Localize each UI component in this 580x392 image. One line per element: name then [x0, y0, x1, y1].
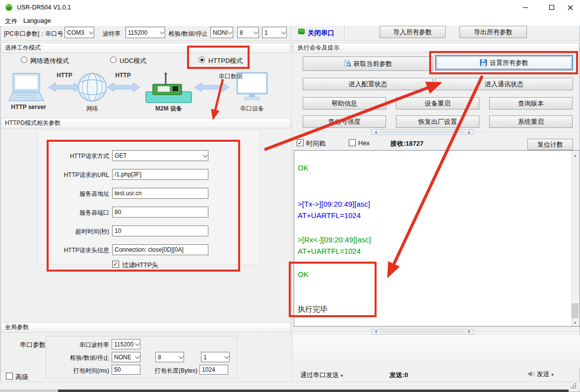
pc-serial-label: [PC串口参数]：串口号	[4, 30, 63, 38]
hex-label[interactable]: Hex	[358, 139, 370, 147]
hex-checkbox[interactable]	[349, 139, 356, 146]
toolbar-separator	[344, 26, 345, 39]
node-http-server-label: HTTP server	[7, 104, 50, 111]
close-button[interactable]	[561, 0, 580, 15]
annotation-box-log-result	[289, 262, 377, 317]
radio-transparent-mode[interactable]	[21, 56, 27, 63]
help-info-button[interactable]: 帮助信息	[303, 97, 386, 110]
log-line: AT+UARTFL=1024	[298, 211, 361, 220]
baud-select[interactable]: 115200	[126, 27, 165, 38]
global-params-header: 全局参数	[1, 322, 291, 333]
status-bar	[0, 382, 580, 390]
menu-language[interactable]: Language	[21, 16, 54, 25]
port-status-led-icon	[298, 29, 305, 34]
chevron-down-icon	[228, 29, 233, 34]
triangle-up-icon: ▲	[467, 130, 471, 134]
global-parity-select[interactable]: NONE	[112, 352, 140, 362]
minimize-button[interactable]	[514, 0, 536, 15]
scroll-down-icon[interactable]: ▼	[571, 319, 579, 327]
recv-counter: 接收:18727	[390, 139, 423, 148]
send-splitter-handle[interactable]: ▼ ▼	[371, 329, 474, 335]
splitter-line	[294, 332, 371, 333]
httpd-params-header: HTTPD模式相关参数	[1, 118, 291, 128]
import-all-button[interactable]: 导入所有参数	[380, 26, 446, 38]
menu-bar: 文件 Language	[0, 15, 580, 26]
dropdown-arrow-icon: ▾	[551, 372, 554, 377]
global-stopbits-select[interactable]: 1	[201, 352, 230, 362]
pack-length-field[interactable]	[199, 365, 228, 375]
annotation-box-set-params	[429, 51, 578, 74]
export-all-button[interactable]: 导出所有参数	[459, 26, 527, 38]
app-window: USR-DR504 V1.0.1 文件 Language [PC串口参数]：串口…	[0, 0, 580, 392]
enter-config-button[interactable]: 进入配置状态	[303, 78, 433, 90]
maximize-icon	[549, 5, 554, 10]
menu-file[interactable]: 文件	[2, 16, 20, 25]
get-params-button[interactable]: 获取当前参数	[303, 56, 433, 71]
advanced-label[interactable]: 高级	[15, 373, 28, 382]
stopbits-select[interactable]: 1	[262, 27, 287, 38]
chevron-down-icon	[281, 29, 286, 34]
panel-divider	[292, 42, 293, 382]
pack-length-label: 打包长度(Bytes)	[149, 367, 197, 375]
link-http2-label: HTTP	[108, 72, 138, 79]
global-parity-label: 检验/数据/停止	[62, 354, 109, 362]
radio-transparent-mode-label[interactable]: 网络透传模式	[30, 56, 69, 65]
timestamp-label[interactable]: 时间戳	[306, 139, 325, 148]
search-doc-icon	[344, 60, 351, 67]
global-baud-label: 串口波特率	[62, 341, 109, 349]
signal-strength-button[interactable]: 查信号强度	[303, 115, 386, 128]
system-restart-button[interactable]: 系统重启	[489, 115, 573, 128]
link-http1-label: HTTP	[50, 72, 79, 79]
pack-time-field[interactable]	[112, 365, 140, 375]
annotation-box-httpd-form	[47, 140, 240, 272]
send-input-area[interactable]	[294, 335, 580, 368]
app-logo-icon	[5, 3, 13, 11]
com-port-select[interactable]: COM3	[64, 27, 94, 38]
resize-grip[interactable]	[575, 383, 576, 385]
reset-counter-button[interactable]: 复位计数	[527, 139, 573, 150]
factory-reset-button[interactable]: 恢复出厂设置	[396, 115, 479, 128]
chevron-down-icon	[160, 29, 165, 34]
global-databits-select[interactable]: 8	[155, 352, 184, 362]
maximize-button[interactable]	[540, 0, 563, 15]
global-baud-select[interactable]: 115200	[112, 339, 140, 349]
timestamp-checkbox[interactable]: ✓	[297, 139, 304, 146]
annotation-box-httpd-mode	[187, 46, 250, 69]
pack-time-label: 打包时间(ms)	[62, 367, 109, 375]
log-line: >[Tx->][09:20:49][asc]	[298, 200, 370, 208]
link-serial-label: 串口数据	[211, 72, 251, 81]
scroll-up-icon[interactable]: ▲	[571, 152, 579, 159]
close-port-button[interactable]: 关闭串口	[308, 29, 334, 38]
chevron-down-icon	[135, 341, 140, 346]
log-line: OK	[298, 164, 309, 172]
window-title: USR-DR504 V1.0.1	[17, 4, 71, 11]
radio-udc-mode[interactable]	[110, 56, 117, 63]
baud-label: 波特率	[103, 30, 121, 38]
chevron-down-icon	[224, 354, 229, 359]
parity-select[interactable]: NONI	[210, 27, 233, 38]
send-button[interactable]: 发送 ▾	[528, 370, 554, 379]
dropdown-arrow-icon: ▾	[341, 373, 343, 378]
log-line: AT+UARTFL=1024	[298, 247, 361, 255]
parity-label: 检验/数据/停止	[169, 30, 208, 38]
splitter-line	[294, 132, 371, 133]
log-splitter-handle[interactable]: ▲ ▲	[371, 129, 474, 135]
triangle-down-icon: ▼	[467, 330, 471, 334]
splitter-line	[474, 332, 580, 333]
bottom-edge-dark	[58, 390, 569, 392]
bottom-edge	[0, 390, 58, 392]
device-restart-button[interactable]: 设备重启	[396, 97, 479, 110]
triangle-down-icon: ▼	[374, 330, 378, 334]
toolbar-separator	[291, 26, 292, 39]
advanced-checkbox[interactable]	[6, 373, 13, 380]
radio-udc-mode-label[interactable]: UDC模式	[120, 56, 146, 65]
enter-comm-button[interactable]: 进入通讯状态	[435, 78, 573, 90]
serial-params-label: 串口参数	[20, 340, 46, 349]
node-m2m-label: M2M 设备	[149, 105, 189, 113]
log-scrollbar[interactable]	[571, 151, 580, 326]
databits-select[interactable]: 8	[237, 27, 259, 38]
send-via-serial-dropdown[interactable]: 通过串口发送 ▾	[300, 371, 343, 380]
scrollbar-thumb[interactable]	[572, 303, 579, 318]
query-version-button[interactable]: 查询版本	[489, 97, 573, 110]
sent-counter: 发送:0	[389, 371, 408, 380]
